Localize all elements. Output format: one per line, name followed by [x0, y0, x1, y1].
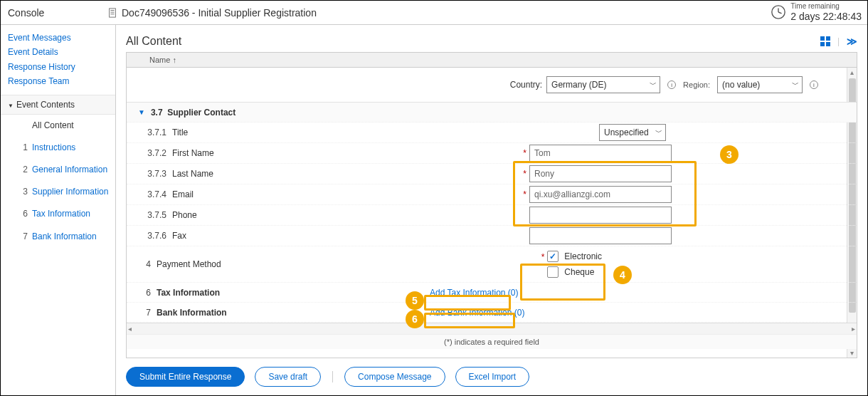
info-icon[interactable]: i [810, 80, 818, 89]
divider [332, 371, 333, 382]
column-header-name[interactable]: Name ↑ [127, 53, 857, 68]
sidebar-item-label: General Information [32, 163, 107, 177]
field-row-payment-method: 4 Payment Method * Electronic [127, 246, 857, 283]
document-title: Doc749096536 - Initial Supplier Registra… [122, 7, 317, 19]
field-row-title: 3.7.1 Title Unspecified﹀ [127, 123, 857, 143]
field-row-tax-information: 6 Tax Information Add Tax Information (0… [127, 283, 857, 303]
section-supplier-contact[interactable]: ▼ 3.7 Supplier Contact [127, 103, 857, 123]
scroll-left-icon[interactable]: ◂ [128, 325, 132, 333]
sidebar-link-response-team[interactable]: Response Team [8, 74, 108, 88]
required-indicator: * [523, 189, 526, 199]
sidebar-item-label: Instructions [32, 141, 75, 155]
sidebar-item-label: Bank Information [32, 230, 97, 244]
chevron-down-icon: ﹀ [650, 80, 657, 90]
sidebar: Event Messages Event Details Response Hi… [1, 25, 116, 395]
info-icon[interactable]: i [667, 80, 676, 89]
sidebar-item-bank-information[interactable]: 7 Bank Information [1, 226, 115, 248]
first-name-input[interactable] [529, 145, 672, 162]
region-select[interactable]: (no value)﹀ [717, 76, 803, 93]
country-label: Country: [510, 80, 542, 90]
field-label: First Name [166, 148, 214, 158]
cheque-checkbox[interactable] [547, 266, 559, 278]
title-select[interactable]: Unspecified﹀ [599, 124, 666, 141]
sidebar-link-response-history[interactable]: Response History [8, 60, 108, 74]
add-bank-information-link[interactable]: Add Bank Information (0) [430, 308, 524, 318]
checkbox-label: Cheque [564, 267, 594, 277]
field-row-bank-information: 7 Bank Information Add Bank Information … [127, 303, 857, 323]
checkbox-label: Electronic [564, 251, 602, 261]
field-label: Payment Method [151, 259, 221, 269]
field-row-phone: 3.7.5 Phone [127, 205, 857, 226]
clock-icon [771, 4, 786, 20]
sidebar-link-event-messages[interactable]: Event Messages [8, 31, 108, 45]
required-indicator: * [541, 252, 545, 262]
save-draft-button[interactable]: Save draft [255, 367, 321, 387]
add-tax-information-link[interactable]: Add Tax Information (0) [430, 288, 519, 298]
required-indicator: * [523, 169, 526, 179]
page-title: All Content [126, 35, 181, 48]
time-label: Time remaining [790, 2, 862, 11]
fax-input[interactable] [529, 227, 672, 244]
document-icon [107, 8, 117, 18]
expand-collapse-icon[interactable]: ≫ [847, 36, 857, 47]
svg-rect-10 [826, 42, 830, 46]
console-title: Console [8, 7, 107, 19]
sidebar-item-label: All Content [32, 119, 74, 132]
svg-rect-8 [826, 36, 830, 41]
field-label: Last Name [166, 169, 213, 179]
sidebar-item-general-information[interactable]: 2 General Information [1, 159, 115, 181]
field-label: Tax Information [151, 288, 220, 298]
field-label: Bank Information [151, 308, 227, 318]
email-input[interactable] [529, 186, 672, 203]
field-row-email: 3.7.4 Email * [127, 184, 857, 205]
required-note: (*) indicates a required field [127, 334, 857, 349]
time-remaining: Time remaining 2 days 22:48:43 [771, 2, 862, 22]
compose-message-button[interactable]: Compose Message [344, 367, 445, 387]
sidebar-item-all-content[interactable]: All Content [1, 115, 115, 137]
sidebar-link-event-details[interactable]: Event Details [8, 45, 108, 59]
section-collapse-icon[interactable]: ▼ [138, 108, 145, 116]
field-label: Phone [166, 210, 197, 220]
last-name-input[interactable] [529, 165, 672, 182]
chevron-down-icon: ﹀ [655, 127, 662, 137]
sidebar-item-instructions[interactable]: 1 Instructions [1, 137, 115, 159]
field-row-first-name: 3.7.2 First Name * [127, 143, 857, 164]
svg-rect-7 [820, 36, 825, 41]
submit-entire-response-button[interactable]: Submit Entire Response [126, 367, 245, 387]
table-view-icon[interactable] [820, 36, 830, 46]
time-value: 2 days 22:48:43 [790, 11, 862, 22]
region-label: Region: [683, 80, 710, 89]
svg-rect-9 [820, 42, 825, 46]
field-row-last-name: 3.7.3 Last Name * [127, 164, 857, 184]
excel-import-button[interactable]: Excel Import [455, 367, 530, 387]
horizontal-scrollbar[interactable]: ◂ ▸ [127, 323, 857, 334]
sidebar-item-label: Tax Information [32, 207, 90, 221]
phone-input[interactable] [529, 207, 672, 224]
electronic-checkbox[interactable] [547, 251, 559, 262]
scroll-right-icon[interactable]: ▸ [852, 325, 855, 333]
sidebar-item-tax-information[interactable]: 6 Tax Information [1, 203, 115, 225]
svg-line-6 [778, 12, 782, 14]
svg-rect-0 [110, 8, 116, 16]
field-label: Fax [166, 231, 186, 241]
country-select[interactable]: Germany (DE)﹀ [546, 76, 660, 93]
required-indicator: * [523, 148, 526, 158]
field-label: Title [166, 127, 188, 137]
chevron-down-icon: ﹀ [792, 80, 799, 90]
field-row-fax: 3.7.6 Fax [127, 226, 857, 246]
sidebar-item-supplier-information[interactable]: 3 Supplier Information [1, 181, 115, 203]
field-label: Email [166, 189, 194, 199]
sidebar-header-event-contents[interactable]: Event Contents [1, 95, 115, 115]
sidebar-item-label: Supplier Information [32, 185, 108, 199]
